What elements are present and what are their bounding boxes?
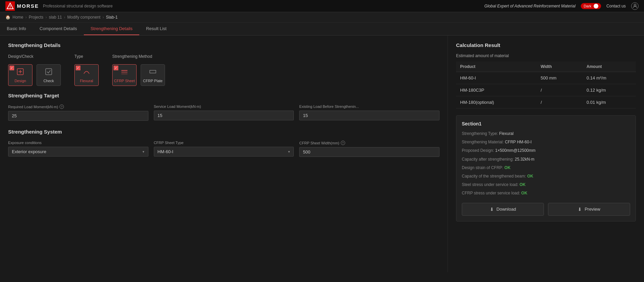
tab-component-details[interactable]: Component Details — [33, 23, 84, 35]
section1-value: 25.32kN·m — [515, 157, 534, 162]
cfrp-plate-label: CFRP Plate — [143, 79, 163, 83]
table-row: HM-180(optional) / 0.01 kg/m — [456, 96, 636, 109]
exposure-select-wrapper: Exterior exposure Interior exposure — [8, 147, 148, 157]
cfrp-width-label: CFRP Sheet Width(mm) ? — [299, 141, 439, 145]
section1-value: OK — [521, 191, 527, 195]
logo: MORSE — [5, 1, 39, 11]
svg-point-2 — [10, 7, 10, 8]
cell-product: HM-180(optional) — [456, 96, 536, 109]
material-table: Product Width Amount HM-60-I 500 mm 0.14… — [456, 62, 636, 109]
design-row: Design/Check ✓ Design Check — [8, 54, 439, 86]
design-check-group: Design/Check ✓ Design Check — [8, 54, 61, 86]
home-icon[interactable]: 🏠 — [5, 15, 10, 20]
tab-strengthening-details[interactable]: Strengthening Details — [84, 23, 139, 35]
table-row: HM-60-I 500 mm 0.14 m²/m — [456, 72, 636, 84]
required-load-label: Required Load Moment(kN·m) ? — [8, 104, 148, 109]
design-icon — [16, 68, 24, 77]
required-load-help-icon[interactable]: ? — [59, 104, 64, 109]
cell-width: / — [536, 84, 582, 96]
right-panel: Calculation Result Estimated amount of m… — [448, 36, 644, 272]
main-content: Strengthening Details Design/Check ✓ Des… — [0, 36, 644, 272]
section1-value: Flexural — [499, 131, 514, 136]
tab-result-list[interactable]: Result List — [139, 23, 173, 35]
existing-load-input[interactable] — [299, 111, 439, 120]
option-cfrp-sheet[interactable]: ✓ CFRP Sheet — [112, 64, 137, 86]
svg-point-3 — [634, 4, 636, 6]
check-icon — [45, 68, 53, 77]
cell-amount: 0.14 m²/m — [582, 72, 636, 84]
section1-info-row: Strengthening Type: Flexural — [462, 131, 630, 137]
cfrp-type-select-wrapper: HM-60-I HM-90-I HM-120-I — [154, 147, 294, 157]
section1-value: OK — [504, 165, 510, 170]
section1-title: Section1 — [462, 121, 630, 126]
header-subtitle: Professional structural design software — [43, 4, 113, 8]
required-load-group: Required Load Moment(kN·m) ? — [8, 104, 148, 121]
preview-label: Preview — [585, 207, 600, 212]
option-check[interactable]: Check — [37, 64, 61, 86]
strengthening-target-section: Strengthening Target Required Load Momen… — [8, 93, 439, 121]
left-panel: Strengthening Details Design/Check ✓ Des… — [0, 36, 448, 272]
tab-bar: Basic Info Component Details Strengtheni… — [0, 23, 644, 36]
cfrp-width-help-icon[interactable]: ? — [341, 141, 345, 145]
col-product: Product — [456, 62, 536, 72]
preview-icon: ⬇ — [578, 207, 582, 212]
cell-width: 500 mm — [536, 72, 582, 84]
type-label: Type — [74, 54, 99, 59]
breadcrumb: 🏠 Home › Projects › slab 11 › Modify com… — [0, 12, 644, 23]
exposure-select[interactable]: Exterior exposure Interior exposure — [8, 147, 148, 157]
target-fields-row: Required Load Moment(kN·m) ? Service Loa… — [8, 104, 439, 121]
theme-toggle[interactable]: Dark — [581, 3, 601, 9]
header-tagline: Global Expert of Advanced Reinforcement … — [484, 4, 576, 8]
cell-product: HM-60-I — [456, 72, 536, 84]
material-label: Estimated amount of material — [456, 53, 636, 58]
section1-value: OK — [520, 182, 526, 187]
col-width: Width — [536, 62, 582, 72]
logo-text: MORSE — [17, 3, 39, 9]
option-design[interactable]: ✓ Design — [8, 64, 32, 86]
svg-rect-11 — [150, 70, 156, 73]
contact-link[interactable]: Contact us — [606, 4, 626, 8]
col-amount: Amount — [582, 62, 636, 72]
design-check-label: Design/Check — [8, 54, 61, 59]
breadcrumb-modify[interactable]: Modify component — [67, 15, 100, 20]
tab-basic-info[interactable]: Basic Info — [0, 23, 33, 35]
exposure-label: Exposure conditions — [8, 141, 148, 145]
header-left: MORSE Professional structural design sof… — [5, 1, 113, 11]
check-mark-cfrp-sheet: ✓ — [114, 66, 118, 70]
option-cfrp-plate[interactable]: CFRP Plate — [141, 64, 165, 86]
svg-rect-7 — [46, 69, 52, 75]
cfrp-sheet-icon — [120, 68, 128, 77]
breadcrumb-home[interactable]: Home — [13, 15, 23, 20]
flexural-icon — [82, 68, 91, 77]
preview-button[interactable]: ⬇ Preview — [548, 203, 630, 216]
user-icon[interactable] — [631, 2, 639, 10]
required-load-input[interactable] — [8, 111, 148, 121]
cfrp-sheet-label: CFRP Sheet — [114, 79, 135, 83]
cell-width: / — [536, 96, 582, 109]
toggle-circle — [594, 4, 598, 8]
target-title: Strengthening Target — [8, 93, 439, 98]
section1-info-row: Strengthening Material: CFRP HM-60-I — [462, 139, 630, 145]
app-header: MORSE Professional structural design sof… — [0, 0, 644, 12]
existing-load-label: Existing Load Before Strengthenin... — [299, 104, 439, 109]
service-load-input[interactable] — [154, 111, 294, 120]
cfrp-type-select[interactable]: HM-60-I HM-90-I HM-120-I — [154, 147, 294, 157]
section1-info-row: Proposed Design: 1×500mm@12500mm — [462, 147, 630, 154]
design-check-options: ✓ Design Check — [8, 64, 61, 86]
svg-rect-8 — [121, 70, 127, 71]
cfrp-width-input[interactable] — [299, 147, 439, 157]
svg-rect-10 — [121, 73, 127, 74]
check-mark-flexural: ✓ — [76, 66, 80, 70]
type-group: Type ✓ Flexural — [74, 54, 99, 86]
option-flexural[interactable]: ✓ Flexural — [74, 64, 99, 86]
method-group: Strengthening Method ✓ CFRP Sheet CFRP P — [112, 54, 165, 86]
table-row: HM-180C3P / 0.12 kg/m — [456, 84, 636, 96]
strengthening-details-title: Strengthening Details — [8, 42, 439, 48]
breadcrumb-projects[interactable]: Projects — [29, 15, 43, 20]
download-button[interactable]: ⬇ Download — [462, 203, 544, 216]
breadcrumb-sep-1: › — [25, 15, 27, 20]
service-load-group: Service Load Moment(kN·m) — [154, 104, 294, 121]
theme-label: Dark — [583, 4, 591, 8]
method-label: Strengthening Method — [112, 54, 165, 59]
breadcrumb-slab11[interactable]: slab 11 — [49, 15, 62, 20]
